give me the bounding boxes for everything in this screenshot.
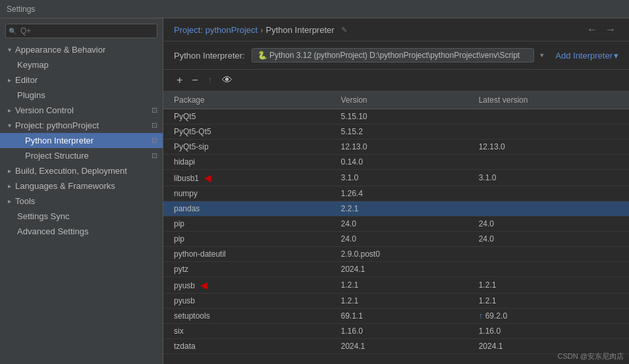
nav-back-button[interactable]: ← [584,24,600,36]
sidebar-item-pythoninterpreter[interactable]: Python Interpreter⊡ [0,133,163,148]
nav-forward-button[interactable]: → [603,24,618,36]
package-name: hidapi [163,155,330,170]
package-version: 24.0 [330,217,468,232]
table-row[interactable]: PyQt55.15.10 [163,109,629,124]
interpreter-select[interactable]: 🐍 Python 3.12 (pythonProject) D:\pythonP… [252,48,534,63]
repo-icon: ⊡ [151,106,157,115]
sidebar-item-label: Appearance & Behavior [15,45,105,55]
title-bar-text: Settings [7,5,35,14]
package-name: python-dateutil [163,247,330,262]
breadcrumb-parent[interactable]: Project: pythonProject [174,25,258,35]
sidebar-item-build[interactable]: ▸Build, Execution, Deployment [0,163,163,178]
sidebar-item-label: Advanced Settings [17,226,88,236]
package-name: pandas [163,201,330,217]
arrow-indicator: ◀ [200,280,207,290]
chevron-icon: ▾ [8,122,11,129]
package-version: 1.2.1 [330,277,468,294]
table-row[interactable]: pyusb◀1.2.11.2.1 [163,277,629,294]
package-name: tzdata [163,339,330,354]
table-row[interactable]: python-dateutil2.9.0.post0 [163,247,629,262]
package-version: 2.9.0.post0 [330,247,468,262]
eye-button[interactable]: 👁 [219,74,235,87]
breadcrumb: Project: pythonProject › Python Interpre… [174,25,347,35]
package-version: 5.15.2 [330,124,468,140]
table-row[interactable]: setuptools69.1.1↑69.2.0 [163,309,629,324]
interpreter-label: Python Interpreter: [174,51,245,61]
package-latest: 12.13.0 [468,140,629,155]
package-latest: 1.2.1 [468,277,629,294]
table-row[interactable]: PyQt5-sip12.13.012.13.0 [163,140,629,155]
package-version: 1.16.0 [330,324,468,339]
col-version: Version [330,91,468,109]
sidebar-item-editor[interactable]: ▸Editor [0,72,163,88]
table-row[interactable]: tzdata2024.12024.1 [163,339,629,354]
package-latest: 2024.1 [468,339,629,354]
breadcrumb-edit-icon[interactable]: ✎ [341,26,347,34]
repo-icon: ⊡ [151,121,157,130]
package-latest [468,186,629,201]
update-icon: ↑ [479,311,483,321]
sidebar-item-versioncontrol[interactable]: ▸Version Control⊡ [0,103,163,118]
table-row[interactable]: PyQt5-Qt55.15.2 [163,124,629,140]
sidebar-item-settingssync[interactable]: Settings Sync [0,209,163,224]
col-package: Package [163,91,330,109]
chevron-icon: ▸ [8,76,11,84]
package-name: pyusb◀ [163,277,330,294]
table-row[interactable]: numpy1.26.4 [163,186,629,201]
col-latest: Latest version [468,91,629,109]
chevron-icon: ▸ [8,197,11,205]
sidebar-item-label: Version Control [15,105,74,115]
search-input[interactable] [5,24,157,38]
table-row[interactable]: pandas2.2.1 [163,201,629,217]
package-latest: ↑69.2.0 [468,309,629,324]
table-row[interactable]: pytz2024.1 [163,262,629,277]
chevron-icon: ▸ [8,167,11,174]
package-version: 1.2.1 [330,294,468,309]
package-name: PyQt5-Qt5 [163,124,330,140]
sidebar-item-keymap[interactable]: Keymap [0,57,163,72]
package-version: 3.1.0 [330,170,468,186]
toolbar: + − ↑ 👁 [163,70,629,91]
repo-icon: ⊡ [151,151,157,160]
package-name: PyQt5 [163,109,330,124]
upload-package-button[interactable]: ↑ [205,74,215,87]
sidebar-search-container [0,18,163,42]
nav-arrows: ← → [584,24,618,36]
sidebar-item-languages[interactable]: ▸Languages & Frameworks [0,178,163,194]
add-interpreter-chevron: ▾ [614,51,618,61]
table-row[interactable]: hidapi0.14.0 [163,155,629,170]
packages-table-wrap: Package Version Latest version PyQt55.15… [163,91,629,364]
sidebar-item-advancedsettings[interactable]: Advanced Settings [0,224,163,239]
table-row[interactable]: six1.16.01.16.0 [163,324,629,339]
table-row[interactable]: pip24.024.0 [163,217,629,232]
table-row[interactable]: libusb1◀3.1.03.1.0 [163,170,629,186]
breadcrumb-current: Python Interpreter [266,25,335,35]
sidebar-item-plugins[interactable]: Plugins [0,88,163,103]
sidebar-item-label: Python Interpreter [25,136,94,145]
package-name: numpy [163,186,330,201]
sidebar-item-appearance[interactable]: ▾Appearance & Behavior [0,42,163,57]
package-version: 1.26.4 [330,186,468,201]
table-row[interactable]: pyusb1.2.11.2.1 [163,294,629,309]
search-wrap [5,24,157,38]
eye-icon: 👁 [222,74,232,86]
package-version: 12.13.0 [330,140,468,155]
sidebar-item-label: Editor [15,75,38,85]
package-latest [468,247,629,262]
sidebar-item-label: Build, Execution, Deployment [15,166,127,176]
sidebar-item-label: Project: pythonProject [15,120,99,130]
sidebar-item-projectstructure[interactable]: Project Structure⊡ [0,148,163,163]
package-name: pip [163,232,330,247]
sidebar-item-tools[interactable]: ▸Tools [0,194,163,209]
package-version: 2024.1 [330,339,468,354]
add-package-button[interactable]: + [174,74,185,87]
table-row[interactable]: pip24.024.0 [163,232,629,247]
remove-package-button[interactable]: − [189,74,200,87]
add-interpreter-button[interactable]: Add Interpreter ▾ [555,51,618,61]
sidebar-item-project[interactable]: ▾Project: pythonProject⊡ [0,118,163,133]
package-latest: 3.1.0 [468,170,629,186]
packages-table: Package Version Latest version PyQt55.15… [163,91,629,354]
package-version: 0.14.0 [330,155,468,170]
repo-icon: ⊡ [151,136,157,145]
package-version: 69.1.1 [330,309,468,324]
